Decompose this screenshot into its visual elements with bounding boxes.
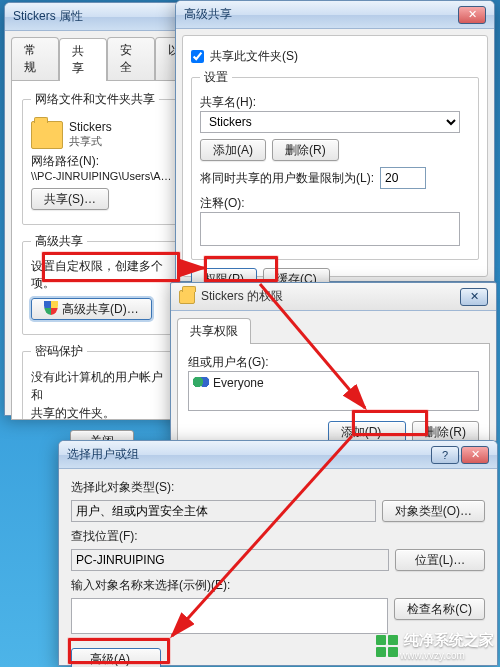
folder-icon [31, 121, 63, 149]
close-icon[interactable]: ✕ [460, 288, 488, 306]
object-types-button[interactable]: 对象类型(O)… [382, 500, 485, 522]
advanced-share-button-label: 高级共享(D)… [62, 302, 139, 316]
object-type-field [71, 500, 376, 522]
adv-remove-button[interactable]: 删除(R) [272, 139, 339, 161]
adv-add-button[interactable]: 添加(A) [200, 139, 266, 161]
share-checkbox-row[interactable]: 共享此文件夹(S) [191, 48, 479, 65]
advanced-sharing-window: 高级共享 ✕ 共享此文件夹(S) 设置 共享名(H): Stickers 添加(… [175, 0, 495, 282]
group-users-label: 组或用户名(G): [188, 354, 479, 371]
location-label: 查找位置(F): [71, 528, 485, 545]
object-type-label: 选择此对象类型(S): [71, 479, 485, 496]
advanced-share-button[interactable]: 高级共享(D)… [31, 298, 152, 320]
locations-button[interactable]: 位置(L)… [395, 549, 485, 571]
password-protect-group: 密码保护 没有此计算机的用户帐户和 共享的文件夹。 若要更改此设置，请使用 [22, 343, 182, 420]
select-title: 选择用户或组 [67, 446, 139, 463]
object-names-textarea[interactable] [71, 598, 388, 634]
limit-label: 将同时共享的用户数量限制为(L): [200, 170, 374, 187]
list-item[interactable]: Everyone [189, 374, 478, 392]
advanced-share-note: 设置自定 权限，创建多个 项。 [31, 258, 173, 292]
perm-title: Stickers 的权限 [201, 288, 283, 305]
window-title: Stickers 属性 [13, 8, 83, 25]
adv-titlebar[interactable]: 高级共享 ✕ [176, 1, 494, 29]
network-path-value: \\PC-JINRUIPING\Users\A… [31, 170, 173, 182]
password-note-1: 没有此计算机的用户帐户和 共享的文件夹。 [31, 368, 173, 420]
watermark-url: www.vvzy.com [400, 650, 494, 661]
adv-title: 高级共享 [184, 6, 232, 23]
perm-titlebar[interactable]: Stickers 的权限 ✕ [171, 283, 496, 311]
folder-icon [179, 290, 195, 304]
watermark-logo-icon [376, 635, 398, 657]
network-share-group: 网络文件和文件夹共享 Stickers 共享式 网络路径(N): \\PC-JI… [22, 91, 182, 225]
permissions-window: Stickers 的权限 ✕ 共享权限 组或用户名(G): Everyone 添… [170, 282, 497, 442]
share-button[interactable]: 共享(S)… [31, 188, 109, 210]
location-field [71, 549, 389, 571]
settings-group: 设置 共享名(H): Stickers 添加(A) 删除(R) 将同时共享的用户… [191, 69, 479, 260]
notes-textarea[interactable] [200, 212, 460, 246]
share-status: 共享式 [69, 134, 112, 149]
network-path-label: 网络路径(N): [31, 153, 173, 170]
settings-legend: 设置 [200, 69, 232, 86]
network-share-legend: 网络文件和文件夹共享 [31, 91, 159, 108]
shield-icon [44, 301, 58, 315]
limit-spinner[interactable] [380, 167, 426, 189]
select-titlebar[interactable]: 选择用户或组 ? ✕ [59, 441, 497, 469]
share-folder-label: 共享此文件夹(S) [210, 48, 298, 65]
close-icon[interactable]: ✕ [458, 6, 486, 24]
watermark: 纯净系统之家 www.vvzy.com [376, 631, 494, 661]
properties-titlebar[interactable]: Stickers 属性 [5, 3, 199, 31]
advanced-button[interactable]: 高级(A)… [71, 648, 161, 667]
share-folder-checkbox[interactable] [191, 50, 204, 63]
tab-sharing-page: 网络文件和文件夹共享 Stickers 共享式 网络路径(N): \\PC-JI… [11, 80, 193, 420]
password-protect-legend: 密码保护 [31, 343, 87, 360]
tab-sharing[interactable]: 共享 [59, 38, 107, 81]
perm-tabs: 共享权限 [177, 317, 490, 343]
help-icon[interactable]: ? [431, 446, 459, 464]
advanced-share-group: 高级共享 设置自定 权限，创建多个 项。 高级共享(D)… [22, 233, 182, 335]
check-names-button[interactable]: 检查名称(C) [394, 598, 485, 620]
close-icon[interactable]: ✕ [461, 446, 489, 464]
watermark-name: 纯净系统之家 [404, 631, 494, 650]
share-name-select[interactable]: Stickers [200, 111, 460, 133]
properties-tabs: 常规 共享 安全 以 [11, 37, 193, 80]
notes-label: 注释(O): [200, 195, 470, 212]
advanced-share-legend: 高级共享 [31, 233, 87, 250]
share-name-label: 共享名(H): [200, 94, 470, 111]
tab-security[interactable]: 安全 [107, 37, 155, 80]
object-names-label: 输入对象名称来选择(示例)(E): [71, 577, 485, 594]
tab-general[interactable]: 常规 [11, 37, 59, 80]
group-users-list[interactable]: Everyone [188, 371, 479, 411]
users-icon [193, 377, 209, 389]
everyone-label: Everyone [213, 376, 264, 390]
tab-share-permissions[interactable]: 共享权限 [177, 318, 251, 344]
folder-name: Stickers [69, 120, 112, 134]
